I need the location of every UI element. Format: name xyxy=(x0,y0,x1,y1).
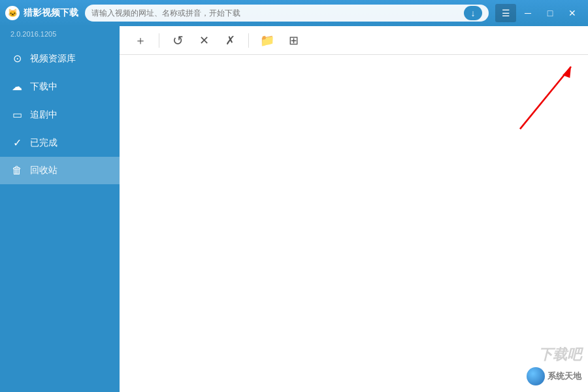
window-controls: ☰ ─ □ ✕ xyxy=(495,4,583,22)
search-input[interactable] xyxy=(91,8,460,18)
cancel-button[interactable]: ✕ xyxy=(193,30,214,51)
svg-marker-1 xyxy=(563,67,571,78)
svg-line-0 xyxy=(520,67,571,129)
sidebar-item-completed[interactable]: ✓ 已完成 xyxy=(0,129,120,157)
app-title: 猎影视频下载 xyxy=(24,7,78,19)
sidebar-label-completed: 已完成 xyxy=(30,137,57,149)
minimize-button[interactable]: ─ xyxy=(517,4,538,22)
globe-icon xyxy=(527,367,545,385)
watermark-globe: 系统天地 xyxy=(527,367,581,385)
sidebar-label-recycle: 回收站 xyxy=(30,165,57,176)
cancel-icon: ✕ xyxy=(199,33,209,48)
delete-icon: ✗ xyxy=(225,33,235,48)
main-layout: 2.0.2016.1205 ⊙ 视频资源库 ☁ 下载中 ▭ 追剧中 ✓ 已完成 … xyxy=(0,26,588,392)
sidebar-item-following[interactable]: ▭ 追剧中 xyxy=(0,101,120,129)
content-body: 下载吧 系统天地 xyxy=(120,55,588,392)
logo-icon: 🐱 xyxy=(5,6,20,20)
title-bar: 🐱 猎影视频下载 ↓ ☰ ─ □ ✕ xyxy=(0,0,588,26)
sidebar: 2.0.2016.1205 ⊙ 视频资源库 ☁ 下载中 ▭ 追剧中 ✓ 已完成 … xyxy=(0,26,120,392)
refresh-button[interactable]: ↺ xyxy=(167,30,188,51)
delete-button[interactable]: ✗ xyxy=(220,30,240,51)
folder-button[interactable]: 📁 xyxy=(257,30,278,51)
refresh-icon: ↺ xyxy=(172,33,184,48)
toolbar-separator-1 xyxy=(159,33,159,48)
add-button[interactable]: ＋ xyxy=(130,30,151,51)
sidebar-item-video-library[interactable]: ⊙ 视频资源库 xyxy=(0,44,120,73)
search-download-button[interactable]: ↓ xyxy=(464,6,482,20)
sidebar-label-downloading: 下载中 xyxy=(30,81,57,93)
grid-view-button[interactable]: ⊞ xyxy=(283,30,304,51)
toolbar: ＋ ↺ ✕ ✗ 📁 ⊞ xyxy=(120,26,588,55)
maximize-button[interactable]: □ xyxy=(540,4,561,22)
sidebar-item-downloading[interactable]: ☁ 下载中 xyxy=(0,73,120,101)
following-icon: ▭ xyxy=(10,108,24,121)
sidebar-label-video-library: 视频资源库 xyxy=(30,53,76,65)
downloading-icon: ☁ xyxy=(10,80,24,93)
watermark-text: 下载吧 xyxy=(538,345,581,365)
search-box: ↓ xyxy=(85,5,489,22)
watermark-site: 系统天地 xyxy=(547,370,581,382)
toolbar-separator-2 xyxy=(248,33,249,48)
menu-button[interactable]: ☰ xyxy=(495,4,516,22)
grid-icon: ⊞ xyxy=(289,33,299,48)
completed-icon: ✓ xyxy=(10,137,24,149)
watermark: 下载吧 系统天地 xyxy=(527,345,581,385)
app-logo: 🐱 猎影视频下载 xyxy=(5,6,78,20)
annotation-arrow xyxy=(418,55,588,146)
sidebar-label-following: 追剧中 xyxy=(30,109,57,121)
sidebar-item-recycle[interactable]: 🗑 回收站 xyxy=(0,157,120,184)
add-icon: ＋ xyxy=(135,33,146,48)
content-area: ＋ ↺ ✕ ✗ 📁 ⊞ xyxy=(120,26,588,392)
app-version: 2.0.2016.1205 xyxy=(0,26,120,44)
close-button[interactable]: ✕ xyxy=(562,4,583,22)
folder-icon: 📁 xyxy=(260,33,274,48)
video-library-icon: ⊙ xyxy=(10,52,24,65)
recycle-icon: 🗑 xyxy=(10,165,24,176)
